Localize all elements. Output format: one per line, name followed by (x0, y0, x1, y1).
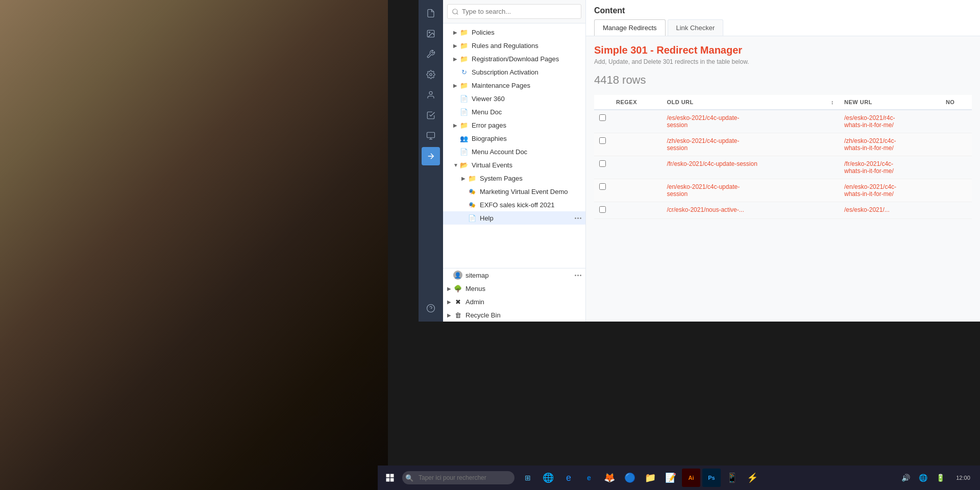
svg-rect-10 (386, 474, 390, 478)
speaker-icon[interactable]: 🔊 (898, 471, 913, 485)
tabs-bar: Manage Redirects Link Checker (594, 19, 972, 36)
tools-nav-icon[interactable] (422, 45, 440, 63)
taskbar-edge-old[interactable]: e (559, 469, 578, 487)
forms-nav-icon[interactable] (422, 106, 440, 125)
taskbar-explorer[interactable]: 📁 (641, 469, 659, 487)
users-nav-icon[interactable] (422, 86, 440, 104)
tree-item-admin[interactable]: ▶ ✖ Admin (443, 295, 585, 308)
taskbar-firefox[interactable]: 🦊 (600, 469, 619, 487)
svg-point-1 (429, 32, 430, 33)
expand-arrow: ▶ (447, 312, 453, 318)
page-icon: 📄 (459, 94, 469, 103)
svg-rect-11 (390, 474, 394, 478)
search-bar (443, 0, 585, 23)
admin-icon: ✖ (453, 297, 462, 306)
row-note (941, 110, 972, 133)
taskbar-phone[interactable]: 📱 (723, 469, 741, 487)
redirect-table-body: /es/esko-2021/c4c-update-session /es/esk… (594, 110, 972, 219)
redirects-nav-icon[interactable] (422, 147, 440, 165)
redirect-table: REGEX OLD URL ↕ NEW URL NO /es/esko-2021… (594, 95, 972, 219)
row-regex (611, 110, 662, 133)
help-nav-icon[interactable] (422, 299, 440, 317)
tree-item-system-pages[interactable]: ▶ 📁 System Pages (443, 172, 585, 185)
media-nav-icon[interactable] (422, 24, 440, 43)
row-old-url: /es/esko-2021/c4c-update-session (662, 110, 826, 133)
tree-panel: ▶ 📁 Policies ▶ 📁 Rules and Regulations ▶… (443, 0, 586, 322)
col-old-url: OLD URL (662, 95, 826, 110)
more-options-icon[interactable] (575, 217, 581, 219)
battery-icon[interactable]: 🔋 (933, 471, 947, 485)
taskbar-edge[interactable]: e (580, 469, 598, 487)
tree-item-error-pages[interactable]: ▶ 📁 Error pages (443, 118, 585, 132)
sitemap-more-icon[interactable] (575, 275, 581, 276)
tree-item-exfo-sales[interactable]: 🎭 EXFO sales kick-off 2021 (443, 198, 585, 211)
row-checkbox[interactable] (594, 110, 611, 133)
refresh-icon: ↻ (459, 67, 469, 77)
tree-footer: 👤 sitemap ▶ 🌳 Menus ▶ ✖ Admin ▶ (443, 268, 585, 322)
taskbar-ai[interactable]: Ai (682, 469, 700, 487)
tree-item-help[interactable]: 📄 Help (443, 211, 585, 225)
taskbar-search-input[interactable] (402, 471, 514, 484)
table-row: /fr/esko-2021/c4c-update-session /fr/esk… (594, 156, 972, 179)
tree-item-sitemap[interactable]: 👤 sitemap (443, 268, 585, 282)
tree-item-policies[interactable]: ▶ 📁 Policies (443, 26, 585, 39)
row-checkbox[interactable] (594, 202, 611, 219)
row-new-url: /es/esko-2021/... (839, 202, 941, 219)
col-regex: REGEX (611, 95, 662, 110)
tree-item-marketing-virtual[interactable]: 🎭 Marketing Virtual Event Demo (443, 185, 585, 198)
row-note (941, 133, 972, 156)
page-icon: 📄 (468, 213, 477, 223)
row-regex (611, 202, 662, 219)
tab-manage-redirects[interactable]: Manage Redirects (594, 19, 666, 36)
sidebar-icons (419, 0, 443, 322)
tree-item-subscription[interactable]: ↻ Subscription Activation (443, 65, 585, 79)
expand-arrow: ▶ (453, 43, 459, 48)
tree-item-maintenance[interactable]: ▶ 📁 Maintenance Pages (443, 79, 585, 92)
tree-item-menu-doc[interactable]: 📄 Menu Doc (443, 105, 585, 118)
start-button[interactable] (382, 470, 398, 486)
tree-item-recycle-bin[interactable]: ▶ 🗑 Recycle Bin (443, 308, 585, 322)
tree-item-menus[interactable]: ▶ 🌳 Menus (443, 282, 585, 295)
tree-item-registration[interactable]: ▶ 📁 Registration/Download Pages (443, 52, 585, 65)
settings-nav-icon[interactable] (422, 65, 440, 84)
folder-icon: 📁 (459, 81, 469, 90)
page-nav-icon[interactable] (422, 4, 440, 22)
trash-icon: 🗑 (453, 310, 462, 320)
tree-item-rules-regulations[interactable]: ▶ 📁 Rules and Regulations (443, 39, 585, 52)
redirect-manager: Simple 301 - Redirect Manager Add, Updat… (586, 36, 980, 322)
main-content: Content Manage Redirects Link Checker Si… (586, 0, 980, 322)
cms-panel: ▶ 📁 Policies ▶ 📁 Rules and Regulations ▶… (419, 0, 980, 322)
expand-arrow: ▶ (453, 83, 459, 88)
row-checkbox[interactable] (594, 156, 611, 179)
tab-link-checker[interactable]: Link Checker (668, 19, 724, 36)
col-sort: ↕ (826, 95, 839, 110)
search-input[interactable] (447, 4, 581, 19)
tree-item-viewer360[interactable]: 📄 Viewer 360 (443, 92, 585, 105)
table-row: /en/esko-2021/c4c-update-session /en/esk… (594, 179, 972, 202)
taskbar-ie[interactable]: 🌐 (539, 469, 557, 487)
tree-item-menu-account[interactable]: 📄 Menu Account Doc (443, 145, 585, 158)
folder-icon: 📁 (459, 120, 469, 130)
row-checkbox[interactable] (594, 179, 611, 202)
user-icon: 👤 (453, 271, 462, 280)
menu-tree-icon: 🌳 (453, 284, 462, 293)
taskbar-notepad[interactable]: 📝 (662, 469, 680, 487)
taskbar-task-view[interactable]: ⊞ (519, 469, 537, 487)
expand-arrow: ▶ (453, 122, 459, 128)
row-note (941, 202, 972, 219)
folder-icon: 📁 (459, 54, 469, 63)
taskbar-vscode[interactable]: ⚡ (743, 469, 762, 487)
col-note: NO (941, 95, 972, 110)
taskbar: 🔍 ⊞ 🌐 e e 🦊 🔵 📁 📝 Ai Ps 📱 ⚡ 🔊 🌐 🔋 12:00 (378, 465, 980, 490)
row-checkbox[interactable] (594, 133, 611, 156)
row-sort (826, 179, 839, 202)
row-sort (826, 110, 839, 133)
event-icon: 🎭 (468, 187, 477, 196)
taskbar-ps[interactable]: Ps (702, 469, 721, 487)
tree-item-biographies[interactable]: 👥 Biographies (443, 132, 585, 145)
tree-item-virtual-events[interactable]: ▼ 📂 Virtual Events (443, 158, 585, 172)
col-checkbox (594, 95, 611, 110)
display-nav-icon[interactable] (422, 127, 440, 145)
taskbar-chrome[interactable]: 🔵 (621, 469, 639, 487)
network-icon[interactable]: 🌐 (916, 471, 930, 485)
